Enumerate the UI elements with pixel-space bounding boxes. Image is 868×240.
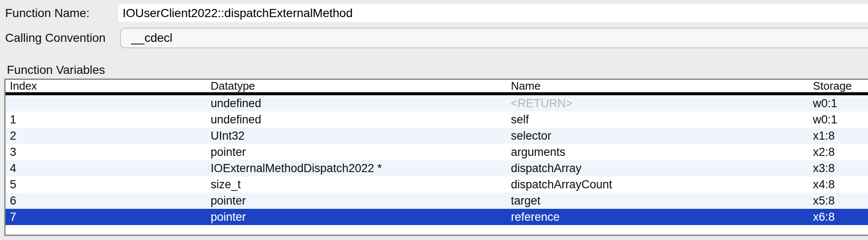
calling-convention-label: Calling Convention [5,28,106,48]
table-row[interactable]: 1 undefined self w0:1 [6,111,868,128]
table-header-row: Index Datatype Name Storage [6,80,868,95]
function-variables-table: Index Datatype Name Storage undefined <R… [4,79,868,236]
cell-datatype[interactable]: size_t [211,176,511,193]
cell-index[interactable]: 5 [6,176,211,193]
cell-name[interactable]: <RETURN> [511,95,813,111]
table-row[interactable]: undefined <RETURN> w0:1 [6,95,868,111]
cell-storage[interactable]: x4:8 [813,176,868,193]
cell-storage[interactable]: x5:8 [813,193,868,209]
column-header-name[interactable]: Name [511,80,813,92]
cell-datatype[interactable]: undefined [211,111,511,128]
cell-datatype[interactable]: pointer [211,144,511,160]
column-header-datatype[interactable]: Datatype [211,80,511,92]
table-row[interactable]: 7 pointer reference x6:8 [6,209,868,225]
cell-name[interactable]: self [511,111,813,128]
cell-name[interactable]: reference [511,209,813,225]
table-row[interactable]: 4 IOExternalMethodDispatch2022 * dispatc… [6,160,868,176]
function-variables-section-label: Function Variables [7,62,105,78]
column-header-index[interactable]: Index [6,80,211,92]
calling-convention-value: __cdecl [131,31,173,44]
table-row[interactable]: 3 pointer arguments x2:8 [6,144,868,160]
cell-datatype[interactable]: pointer [211,193,511,209]
cell-index[interactable]: 1 [6,111,211,128]
cell-index[interactable]: 6 [6,193,211,209]
cell-storage[interactable]: x2:8 [813,144,868,160]
cell-storage[interactable]: x6:8 [813,209,868,225]
cell-datatype[interactable]: undefined [211,95,511,111]
table-row[interactable]: 6 pointer target x5:8 [6,193,868,209]
cell-name[interactable]: selector [511,128,813,144]
cell-datatype[interactable]: pointer [211,209,511,225]
cell-datatype[interactable]: IOExternalMethodDispatch2022 * [211,160,511,176]
cell-name[interactable]: dispatchArray [511,160,813,176]
cell-index[interactable]: 2 [6,128,211,144]
cell-storage[interactable]: x1:8 [813,128,868,144]
column-header-storage[interactable]: Storage [813,80,868,92]
function-name-label: Function Name: [5,4,90,22]
table-row[interactable]: 2 UInt32 selector x1:8 [6,128,868,144]
cell-index[interactable]: 7 [6,209,211,225]
table-body: undefined <RETURN> w0:1 1 undefined self… [6,95,868,225]
cell-index[interactable] [6,95,211,111]
cell-storage[interactable]: w0:1 [813,95,868,111]
cell-index[interactable]: 4 [6,160,211,176]
cell-datatype[interactable]: UInt32 [211,128,511,144]
cell-name[interactable]: arguments [511,144,813,160]
cell-name[interactable]: target [511,193,813,209]
cell-index[interactable]: 3 [6,144,211,160]
cell-name[interactable]: dispatchArrayCount [511,176,813,193]
cell-storage[interactable]: x3:8 [813,160,868,176]
calling-convention-combobox[interactable]: __cdecl [120,28,868,48]
table-row[interactable]: 5 size_t dispatchArrayCount x4:8 [6,176,868,193]
edit-function-panel: { "colors": { "selection_blue": "#1B43C3… [0,0,868,240]
cell-storage[interactable]: w0:1 [813,111,868,128]
function-name-input[interactable] [118,4,868,22]
